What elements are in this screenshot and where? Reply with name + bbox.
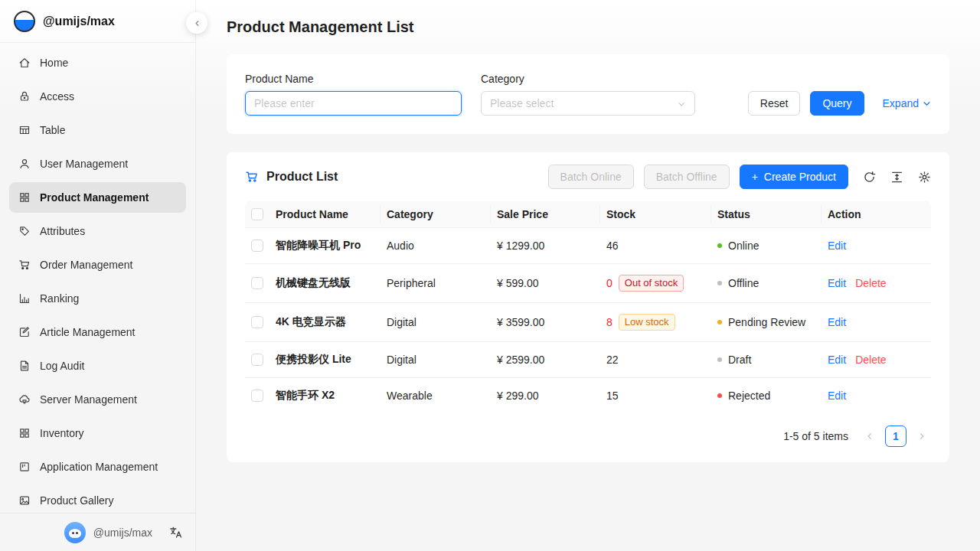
sidebar-item-inventory[interactable]: Inventory: [9, 418, 186, 448]
delete-link[interactable]: Delete: [855, 277, 886, 289]
sidebar-item-product-gallery[interactable]: Product Gallery: [9, 485, 186, 513]
chevron-down-icon: [923, 99, 931, 108]
chevron-right-icon: [917, 432, 926, 441]
cell-stock: 22: [600, 343, 711, 377]
category-select-placeholder: Please select: [490, 97, 554, 109]
status-dot: [717, 320, 722, 324]
cell-status: Rejected: [711, 379, 822, 412]
sidebar-item-article-management[interactable]: Article Management: [9, 317, 186, 347]
sidebar-item-user-management[interactable]: User Management: [9, 148, 186, 179]
category-label: Category: [481, 73, 695, 85]
category-field: Category Please select: [481, 73, 695, 116]
cell-category: Digital: [381, 343, 491, 377]
sidebar-item-attributes[interactable]: Attributes: [9, 216, 186, 246]
column-height-icon[interactable]: [890, 171, 903, 184]
sidebar-item-ranking[interactable]: Ranking: [9, 283, 186, 314]
sidebar-footer: @umijs/max: [0, 513, 195, 551]
sidebar: @umijs/max Home Access Table User Manage…: [0, 0, 196, 551]
edit-link[interactable]: Edit: [828, 354, 846, 366]
sidebar-item-label: User Management: [40, 158, 128, 170]
bar-chart-icon: [18, 292, 31, 305]
tag-icon: [18, 225, 31, 237]
category-select[interactable]: Please select: [481, 91, 695, 116]
sidebar-item-label: Application Management: [40, 461, 158, 473]
brand-header[interactable]: @umijs/max: [0, 0, 195, 43]
cart-icon: [245, 170, 259, 184]
reload-icon[interactable]: [863, 171, 876, 184]
toolbar-right: Batch Online Batch Offline + Create Prod…: [538, 165, 931, 189]
status-dot: [717, 357, 722, 362]
product-name-input[interactable]: [245, 91, 462, 116]
cell-stock: 15: [600, 379, 711, 412]
query-button[interactable]: Query: [810, 91, 864, 116]
sidebar-item-application-management[interactable]: Application Management: [9, 452, 186, 482]
product-name-label: Product Name: [245, 73, 462, 85]
cell-status: Draft: [711, 343, 822, 377]
sidebar-item-access[interactable]: Access: [9, 81, 186, 112]
row-checkbox[interactable]: [251, 240, 263, 252]
edit-link[interactable]: Edit: [828, 390, 846, 402]
cell-status: Offline: [711, 266, 822, 300]
create-product-button[interactable]: + Create Product: [740, 165, 848, 189]
translate-icon[interactable]: [169, 526, 183, 540]
edit-link[interactable]: Edit: [828, 240, 846, 252]
cell-action: Edit Delete: [822, 266, 931, 300]
column-header-stock: Stock: [600, 201, 711, 227]
cell-status: Online: [711, 229, 822, 262]
sidebar-item-label: Table: [40, 124, 65, 136]
delete-link[interactable]: Delete: [855, 354, 886, 366]
sidebar-collapse-button[interactable]: [186, 12, 207, 34]
sidebar-item-product-management[interactable]: Product Management: [9, 182, 186, 213]
cell-stock: 0 Out of stock: [600, 264, 711, 302]
edit-link[interactable]: Edit: [828, 277, 846, 289]
status-dot: [717, 393, 722, 398]
project-icon: [18, 461, 31, 473]
sidebar-item-server-management[interactable]: Server Management: [9, 384, 186, 415]
sidebar-item-label: Attributes: [40, 225, 85, 237]
status-dot: [717, 281, 722, 285]
status-text: Online: [728, 240, 759, 252]
column-header-action: Action: [822, 201, 931, 227]
home-icon: [18, 57, 31, 69]
expand-toggle[interactable]: Expand: [883, 97, 931, 109]
sidebar-item-order-management[interactable]: Order Management: [9, 249, 186, 280]
select-all-checkbox[interactable]: [251, 208, 263, 220]
stock-number: 8: [606, 316, 612, 328]
status-text: Pending Review: [728, 316, 805, 328]
file-text-icon: [18, 360, 31, 372]
batch-offline-button[interactable]: Batch Offline: [644, 165, 730, 189]
row-checkbox[interactable]: [251, 354, 263, 366]
sidebar-item-label: Product Gallery: [40, 494, 113, 507]
row-checkbox[interactable]: [251, 277, 263, 289]
edit-link[interactable]: Edit: [828, 316, 846, 328]
user-avatar[interactable]: [64, 522, 86, 543]
lock-icon: [18, 90, 31, 103]
row-checkbox[interactable]: [251, 316, 263, 328]
main-content: Product Management List Product Name Cat…: [196, 0, 980, 462]
reset-button[interactable]: Reset: [748, 91, 801, 116]
pagination-next-button[interactable]: [913, 425, 931, 447]
user-icon: [18, 158, 31, 170]
setting-icon[interactable]: [918, 171, 931, 184]
cell-sale-price: ¥ 3599.00: [491, 305, 600, 339]
row-checkbox[interactable]: [251, 390, 263, 402]
sidebar-item-log-audit[interactable]: Log Audit: [9, 350, 186, 381]
footer-username[interactable]: @umijs/max: [93, 527, 152, 539]
pagination-page-1[interactable]: 1: [885, 425, 906, 447]
product-name-field: Product Name: [245, 73, 462, 116]
column-header-status: Status: [711, 201, 822, 227]
table-icon: [18, 124, 31, 136]
appstore-icon: [18, 427, 31, 439]
sidebar-item-table[interactable]: Table: [9, 115, 186, 145]
column-header-sale-price: Sale Price: [491, 201, 600, 227]
status-text: Rejected: [728, 390, 770, 402]
pagination-prev-button[interactable]: [861, 425, 879, 447]
chevron-left-icon: [192, 18, 202, 28]
stock-number: 46: [606, 240, 619, 252]
batch-online-button[interactable]: Batch Online: [548, 165, 634, 189]
sidebar-item-home[interactable]: Home: [9, 47, 186, 78]
sidebar-item-label: Server Management: [40, 393, 137, 406]
cell-action: Edit: [822, 379, 931, 412]
product-table: Product Name Category Sale Price Stock S…: [245, 201, 931, 413]
search-actions: Reset Query Expand: [748, 91, 931, 116]
